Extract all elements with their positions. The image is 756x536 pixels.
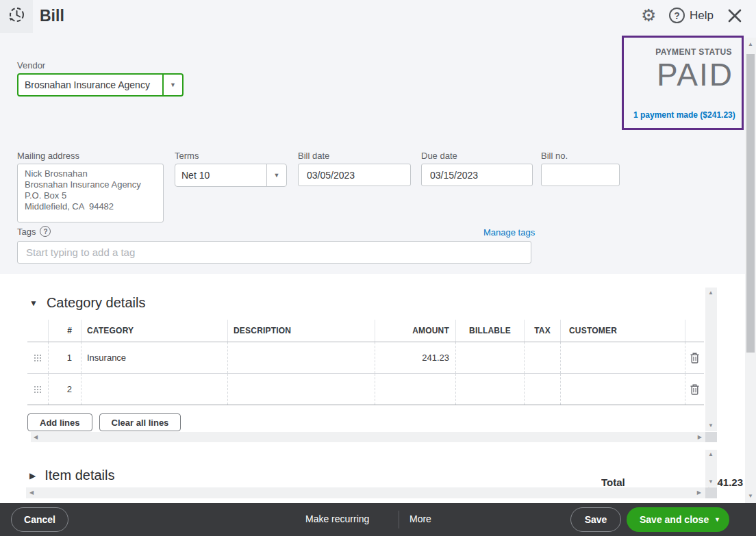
tags-label: Tags bbox=[17, 227, 36, 237]
category-vertical-scrollbar[interactable]: ▲ ▼ bbox=[705, 288, 717, 431]
help-question-icon: ? bbox=[669, 8, 685, 23]
page-title: Bill bbox=[40, 7, 64, 25]
chevron-down-icon[interactable]: ▼ bbox=[266, 164, 286, 186]
more-button[interactable]: More bbox=[410, 513, 431, 524]
item-vertical-scrollbar[interactable]: ▲ ▼ bbox=[705, 450, 717, 487]
tags-help-icon[interactable]: ? bbox=[40, 226, 51, 237]
billable-cell[interactable] bbox=[455, 342, 524, 373]
table-row: 1 Insurance 241.23 bbox=[27, 342, 704, 374]
manage-tags-link[interactable]: Manage tags bbox=[483, 227, 535, 238]
scroll-right-icon[interactable]: ▶ bbox=[697, 490, 701, 496]
drag-handle-icon[interactable] bbox=[27, 374, 48, 405]
item-details-toggle[interactable]: ▶ Item details bbox=[29, 468, 115, 483]
vendor-label: Vendor bbox=[17, 60, 45, 71]
scroll-down-icon[interactable]: ▼ bbox=[708, 423, 714, 429]
scroll-right-icon[interactable]: ▶ bbox=[698, 435, 702, 440]
payment-status-panel: PAYMENT STATUS PAID 1 payment made ($241… bbox=[622, 36, 744, 130]
customer-cell[interactable] bbox=[560, 342, 685, 373]
bill-date-input[interactable] bbox=[298, 164, 411, 186]
tags-input[interactable] bbox=[17, 241, 531, 264]
col-header-num: # bbox=[48, 320, 81, 342]
save-and-close-label: Save and close bbox=[640, 514, 709, 525]
due-date-label: Due date bbox=[421, 151, 457, 161]
trash-icon[interactable] bbox=[685, 342, 704, 373]
category-cell[interactable]: Insurance bbox=[81, 342, 227, 373]
category-details-table: # CATEGORY DESCRIPTION AMOUNT BILLABLE T… bbox=[27, 320, 704, 405]
expand-triangle-icon: ▶ bbox=[29, 471, 36, 481]
terms-select[interactable]: Net 10 ▼ bbox=[175, 164, 287, 187]
row-number: 1 bbox=[48, 342, 81, 373]
vendor-value: Brosnahan Insurance Agency bbox=[18, 75, 162, 95]
category-details-toggle[interactable]: ▼ Category details bbox=[29, 295, 145, 311]
category-horizontal-scrollbar[interactable]: ◀ ▶ bbox=[31, 432, 705, 442]
description-cell[interactable] bbox=[227, 342, 375, 373]
total-label: Total bbox=[601, 476, 625, 487]
col-header-amount: AMOUNT bbox=[375, 320, 455, 342]
gear-icon[interactable]: ⚙ bbox=[641, 5, 656, 25]
description-cell[interactable] bbox=[227, 374, 375, 405]
main-vertical-scrollbar[interactable]: ▲ ▼ bbox=[745, 38, 756, 503]
col-header-billable: BILLABLE bbox=[455, 320, 524, 342]
footer-divider bbox=[399, 511, 399, 528]
scroll-left-icon[interactable]: ◀ bbox=[34, 435, 38, 440]
chevron-down-icon[interactable]: ▼ bbox=[162, 75, 182, 95]
category-cell[interactable] bbox=[81, 374, 227, 405]
scrollbar-corner bbox=[705, 432, 717, 442]
col-header-description: DESCRIPTION bbox=[227, 320, 375, 342]
mailing-address-label: Mailing address bbox=[17, 151, 79, 161]
payment-status-label: PAYMENT STATUS bbox=[624, 47, 742, 57]
scroll-up-icon[interactable]: ▲ bbox=[708, 452, 714, 457]
help-button[interactable]: ? Help bbox=[669, 8, 714, 23]
collapse-triangle-icon: ▼ bbox=[29, 298, 38, 308]
scrollbar-corner bbox=[705, 487, 717, 498]
bill-date-label: Bill date bbox=[298, 151, 329, 161]
scroll-left-icon[interactable]: ◀ bbox=[29, 490, 34, 496]
payment-status-value: PAID bbox=[624, 58, 742, 91]
scroll-down-icon[interactable]: ▼ bbox=[748, 494, 753, 499]
scroll-up-icon[interactable]: ▲ bbox=[708, 290, 714, 296]
payment-made-link[interactable]: 1 payment made ($241.23) bbox=[633, 110, 735, 120]
customer-cell[interactable] bbox=[560, 374, 685, 405]
table-header-row: # CATEGORY DESCRIPTION AMOUNT BILLABLE T… bbox=[27, 320, 704, 342]
scroll-up-icon[interactable]: ▲ bbox=[748, 42, 753, 47]
drag-handle-icon[interactable] bbox=[27, 342, 48, 373]
item-details-title: Item details bbox=[45, 468, 114, 483]
save-button[interactable]: Save bbox=[570, 507, 621, 532]
bill-no-input[interactable] bbox=[541, 164, 620, 186]
trash-icon[interactable] bbox=[685, 374, 704, 405]
col-header-category: CATEGORY bbox=[81, 320, 227, 342]
amount-cell[interactable] bbox=[375, 374, 455, 405]
row-number: 2 bbox=[48, 374, 81, 405]
mailing-address-field[interactable]: Nick Brosnahan Brosnahan Insurance Agenc… bbox=[17, 164, 164, 222]
table-row: 2 bbox=[27, 374, 704, 405]
tax-cell[interactable] bbox=[524, 342, 560, 373]
vendor-select[interactable]: Brosnahan Insurance Agency ▼ bbox=[17, 73, 184, 97]
col-header-customer: CUSTOMER bbox=[560, 320, 685, 342]
close-icon[interactable] bbox=[726, 7, 744, 27]
add-lines-button[interactable]: Add lines bbox=[27, 413, 92, 431]
scroll-down-icon[interactable]: ▼ bbox=[708, 479, 714, 485]
terms-value: Net 10 bbox=[175, 164, 266, 186]
category-details-title: Category details bbox=[47, 295, 146, 311]
history-clock-icon bbox=[7, 5, 26, 27]
cancel-button[interactable]: Cancel bbox=[11, 507, 68, 532]
chevron-down-icon[interactable]: ▼ bbox=[714, 516, 720, 523]
total-row: Total $241.23 bbox=[601, 476, 743, 487]
terms-label: Terms bbox=[175, 151, 199, 161]
bill-no-label: Bill no. bbox=[541, 151, 568, 161]
bill-form-window: Bill ⚙ ? Help PAYMENT STATUS PAID 1 paym… bbox=[0, 0, 756, 536]
save-and-close-button[interactable]: Save and close ▼ bbox=[627, 507, 729, 532]
recent-transactions-button[interactable] bbox=[0, 0, 33, 33]
footer-bar: Cancel Make recurring More Save Save and… bbox=[0, 503, 756, 536]
form-header-section: Bill ⚙ ? Help PAYMENT STATUS PAID 1 paym… bbox=[0, 0, 756, 274]
scrollbar-thumb[interactable] bbox=[746, 54, 755, 353]
bottom-horizontal-scrollbar[interactable]: ◀ ▶ bbox=[26, 487, 705, 498]
tax-cell[interactable] bbox=[524, 374, 560, 405]
due-date-input[interactable] bbox=[421, 164, 533, 186]
clear-all-lines-button[interactable]: Clear all lines bbox=[99, 413, 181, 431]
help-label: Help bbox=[690, 9, 714, 23]
amount-cell[interactable]: 241.23 bbox=[375, 342, 455, 373]
make-recurring-button[interactable]: Make recurring bbox=[305, 513, 369, 524]
col-header-tax: TAX bbox=[524, 320, 560, 342]
billable-cell[interactable] bbox=[455, 374, 524, 405]
